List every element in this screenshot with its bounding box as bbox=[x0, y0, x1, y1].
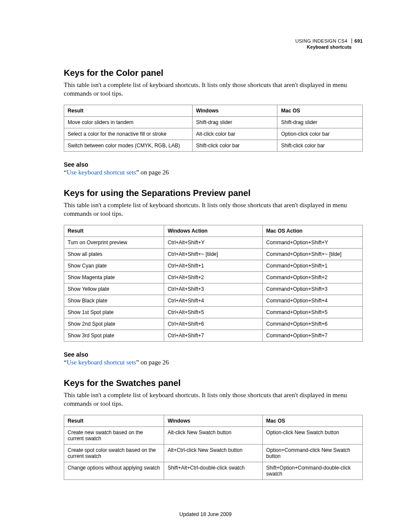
table-cell: Switch between color modes (CMYK, RGB, L… bbox=[64, 140, 193, 152]
table-row: Show 1st Spot plateCtrl+Alt+Shift+5Comma… bbox=[64, 307, 363, 318]
section-separations-panel: Keys for using the Separations Preview p… bbox=[64, 188, 363, 366]
table-cell: Shift-drag slider bbox=[192, 117, 277, 128]
column-header: Windows bbox=[192, 105, 277, 117]
table-cell: Ctrl+Alt+Shift+Y bbox=[164, 237, 263, 249]
table-cell: Command+Option+Shift+Y bbox=[262, 237, 362, 249]
table-cell: Shift-click color bar bbox=[277, 140, 363, 152]
section-heading: Keys for the Color panel bbox=[64, 68, 363, 78]
column-header: Windows Action bbox=[164, 225, 263, 237]
see-also-heading: See also bbox=[64, 351, 363, 358]
table-row: Create spot color swatch based on the cu… bbox=[64, 445, 363, 462]
table-cell: Shift-click color bar bbox=[192, 140, 277, 152]
table-cell: Create spot color swatch based on the cu… bbox=[64, 445, 164, 462]
table-cell: Turn on Overprint preview bbox=[64, 237, 164, 249]
see-also-link[interactable]: Use keyboard shortcut sets bbox=[67, 359, 136, 366]
table-cell: Show Black plate bbox=[64, 295, 164, 307]
table-row: Show all platesCtrl+Alt+Shift+~ [tilde]C… bbox=[64, 249, 363, 260]
table-row: Create new swatch based on the current s… bbox=[64, 427, 363, 445]
section-heading: Keys for using the Separations Preview p… bbox=[64, 188, 363, 198]
table-row: Show Black plateCtrl+Alt+Shift+4Command+… bbox=[64, 295, 363, 307]
table-cell: Alt-click New Swatch button bbox=[164, 427, 263, 445]
table-cell: Ctrl+Alt+Shift+7 bbox=[164, 330, 263, 342]
see-also-text: “Use keyboard shortcut sets” on page 26 bbox=[64, 359, 363, 366]
shortcut-table: ResultWindows ActionMac OS ActionTurn on… bbox=[64, 225, 363, 342]
table-row: Turn on Overprint previewCtrl+Alt+Shift+… bbox=[64, 237, 363, 249]
table-cell: Option-click New Swatch button bbox=[262, 427, 362, 445]
table-cell: Show 2nd Spot plate bbox=[64, 318, 164, 330]
section-color-panel: Keys for the Color panel This table isn'… bbox=[64, 68, 363, 176]
table-cell: Show 1st Spot plate bbox=[64, 307, 164, 318]
table-cell: Ctrl+Alt+Shift+6 bbox=[164, 318, 263, 330]
table-cell: Command+Option+Shift+~ [tilde] bbox=[262, 249, 362, 260]
table-cell: Alt+Ctrl-click New Swatch button bbox=[164, 445, 263, 462]
quote-open: “ bbox=[64, 359, 67, 366]
table-cell: Shift-drag slider bbox=[277, 117, 363, 128]
table-header-row: ResultWindowsMac OS bbox=[64, 105, 363, 117]
table-header-row: ResultWindows ActionMac OS Action bbox=[64, 225, 363, 237]
table-cell: Command+Option+Shift+7 bbox=[262, 330, 362, 342]
see-also-link[interactable]: Use keyboard shortcut sets bbox=[67, 169, 136, 176]
table-cell: Command+Option+Shift+6 bbox=[262, 318, 362, 330]
table-cell: Show all plates bbox=[64, 249, 164, 260]
table-cell: Command+Option+Shift+2 bbox=[262, 272, 362, 283]
see-also-heading: See also bbox=[64, 161, 363, 168]
table-cell: Change options without applying swatch bbox=[64, 462, 164, 480]
shortcut-table: ResultWindowsMac OSCreate new swatch bas… bbox=[64, 415, 363, 480]
table-cell: Move color sliders in tandem bbox=[64, 117, 193, 128]
table-cell: Ctrl+Alt+Shift+~ [tilde] bbox=[164, 249, 263, 260]
table-row: Show Yellow plateCtrl+Alt+Shift+3Command… bbox=[64, 283, 363, 295]
header-line-1: USING INDESIGN CS4 691 bbox=[295, 38, 363, 44]
table-cell: Option-click color bar bbox=[277, 128, 363, 140]
footer-updated: Updated 18 June 2009 bbox=[0, 511, 411, 517]
section-intro: This table isn't a complete list of keyb… bbox=[64, 201, 363, 218]
table-cell: Ctrl+Alt+Shift+5 bbox=[164, 307, 263, 318]
see-also-suffix: ” on page 26 bbox=[136, 169, 169, 176]
see-also-text: “Use keyboard shortcut sets” on page 26 bbox=[64, 169, 363, 176]
section-swatches-panel: Keys for the Swatches panel This table i… bbox=[64, 378, 363, 480]
page-number: 691 bbox=[352, 38, 363, 44]
column-header: Windows bbox=[164, 415, 263, 427]
table-cell: Shift+Option+Command-double-click swatch bbox=[262, 462, 362, 480]
table-cell: Command+Option+Shift+1 bbox=[262, 260, 362, 272]
table-row: Select a color for the nonactive fill or… bbox=[64, 128, 363, 140]
doc-title: USING INDESIGN CS4 bbox=[295, 38, 347, 44]
table-cell: Option+Command-click New Swatch button bbox=[262, 445, 362, 462]
table-row: Show 3rd Spot plateCtrl+Alt+Shift+7Comma… bbox=[64, 330, 363, 342]
table-cell: Show 3rd Spot plate bbox=[64, 330, 164, 342]
content: Keys for the Color panel This table isn'… bbox=[64, 38, 363, 480]
column-header: Mac OS Action bbox=[262, 225, 362, 237]
column-header: Result bbox=[64, 415, 164, 427]
table-row: Show Cyan plateCtrl+Alt+Shift+1Command+O… bbox=[64, 260, 363, 272]
table-cell: Select a color for the nonactive fill or… bbox=[64, 128, 193, 140]
section-intro: This table isn't a complete list of keyb… bbox=[64, 81, 363, 98]
table-cell: Show Cyan plate bbox=[64, 260, 164, 272]
page: USING INDESIGN CS4 691 Keyboard shortcut… bbox=[0, 0, 411, 532]
running-header: USING INDESIGN CS4 691 Keyboard shortcut… bbox=[295, 38, 363, 50]
table-row: Change options without applying swatchSh… bbox=[64, 462, 363, 480]
section-heading: Keys for the Swatches panel bbox=[64, 378, 363, 388]
table-cell: Create new swatch based on the current s… bbox=[64, 427, 164, 445]
table-cell: Command+Option+Shift+5 bbox=[262, 307, 362, 318]
shortcut-table: ResultWindowsMac OSMove color sliders in… bbox=[64, 105, 363, 152]
column-header: Result bbox=[64, 105, 193, 117]
table-cell: Show Magenta plate bbox=[64, 272, 164, 283]
table-row: Move color sliders in tandemShift-drag s… bbox=[64, 117, 363, 128]
table-row: Show Magenta plateCtrl+Alt+Shift+2Comman… bbox=[64, 272, 363, 283]
see-also-suffix: ” on page 26 bbox=[136, 359, 169, 366]
table-row: Switch between color modes (CMYK, RGB, L… bbox=[64, 140, 363, 152]
table-cell: Ctrl+Alt+Shift+4 bbox=[164, 295, 263, 307]
column-header: Mac OS bbox=[277, 105, 363, 117]
table-cell: Command+Option+Shift+3 bbox=[262, 283, 362, 295]
section-intro: This table isn't a complete list of keyb… bbox=[64, 391, 363, 408]
column-header: Mac OS bbox=[262, 415, 362, 427]
column-header: Result bbox=[64, 225, 164, 237]
table-cell: Command+Option+Shift+4 bbox=[262, 295, 362, 307]
table-cell: Alt-click color bar bbox=[192, 128, 277, 140]
table-header-row: ResultWindowsMac OS bbox=[64, 415, 363, 427]
table-cell: Ctrl+Alt+Shift+1 bbox=[164, 260, 263, 272]
table-row: Show 2nd Spot plateCtrl+Alt+Shift+6Comma… bbox=[64, 318, 363, 330]
table-cell: Ctrl+Alt+Shift+2 bbox=[164, 272, 263, 283]
quote-open: “ bbox=[64, 169, 67, 176]
table-cell: Shift+Alt+Ctrl-double-click swatch bbox=[164, 462, 263, 480]
table-cell: Ctrl+Alt+Shift+3 bbox=[164, 283, 263, 295]
